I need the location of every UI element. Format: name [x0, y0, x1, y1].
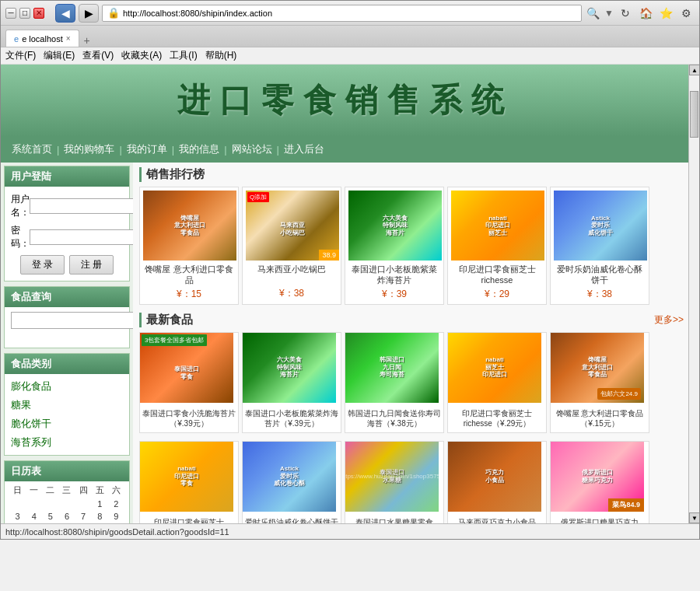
cal-cell[interactable]: 8 [92, 510, 108, 523]
menu-tools[interactable]: 工具(I) [170, 49, 197, 62]
product-image-1: 馋嘴屋意大利进口零食品 [143, 191, 236, 261]
cal-header-thu: 四 [75, 484, 92, 496]
address-bar[interactable]: 🔒 http://localhost:8080/shipin/index.act… [102, 5, 582, 22]
cal-cell[interactable]: 16 [108, 523, 124, 523]
cal-cell[interactable] [42, 498, 58, 510]
nav-cart[interactable]: 我的购物车 [61, 141, 117, 158]
latest-img-3: 韩国进口九日闻寿司海苔 [345, 333, 439, 403]
categories-title: 食品类别 [5, 354, 129, 374]
cal-cell[interactable]: 1 [92, 498, 108, 510]
calendar-header-row: 日 一 二 三 四 五 六 [9, 484, 124, 496]
latest-caption-6: 印尼进口零食丽芝士richesse [140, 515, 238, 523]
latest-card-10[interactable]: 俄罗斯进口糖果巧克力 菜鸟84.9 俄罗斯进口糖果巧克力 [550, 441, 649, 523]
address-text: http://localhost:8080/shipin/index.actio… [123, 9, 272, 18]
cal-cell[interactable] [26, 498, 42, 510]
home-button[interactable]: 🏠 [637, 5, 654, 22]
sales-title-bar: 销售排行榜 [139, 167, 684, 182]
calendar-title: 日历表 [5, 461, 129, 481]
menu-favorites[interactable]: 收藏夹(A) [121, 49, 162, 62]
minimize-button[interactable]: ─ [5, 8, 16, 19]
cal-cell[interactable]: 13 [58, 523, 75, 523]
forward-button[interactable]: ▶ [79, 4, 99, 23]
latest-card-1[interactable]: 3包套餐全国多省包邮 泰国进口零食 泰国进口零食小洗脆海苔片（¥.39元） [139, 332, 239, 433]
cal-cell[interactable]: 14 [75, 523, 92, 523]
menu-help[interactable]: 帮助(H) [205, 49, 237, 62]
cal-cell[interactable]: 6 [58, 510, 75, 523]
product-price-5: ¥：38 [554, 288, 646, 301]
product-card-4[interactable]: nabati印尼进口丽芝士 印尼进口零食丽芝士richesse ¥：29 [447, 187, 547, 305]
product-card-5[interactable]: Astick爱时乐威化饼干 爱时乐奶油威化卷心酥饼干 ¥：38 [550, 187, 649, 305]
active-tab[interactable]: e e localhost × [5, 30, 79, 47]
categories-section: 食品类别 膨化食品 糖果 脆化饼干 海苔系列 [4, 353, 130, 456]
cal-cell[interactable]: 12 [42, 523, 58, 523]
cal-cell[interactable]: 4 [26, 510, 42, 523]
category-item-2[interactable]: 脆化饼干 [11, 414, 123, 433]
search-input[interactable] [11, 312, 134, 329]
nav-sep-3: | [172, 144, 174, 156]
cal-cell[interactable] [58, 498, 75, 510]
latest-card-7[interactable]: Astick爱时乐威化卷心酥 爱时乐奶油威化卷心酥饼干 [242, 441, 341, 523]
product-name-1: 馋嘴屋 意大利进口零食品 [143, 264, 235, 286]
new-tab-button[interactable]: + [79, 34, 95, 47]
latest-card-3[interactable]: 韩国进口九日闻寿司海苔 韩国进口九日闻食送你寿司海苔（¥.38元） [345, 332, 444, 433]
latest-caption-5: 馋嘴屋 意大利进口零食品（¥.15元） [551, 406, 649, 431]
menu-file[interactable]: 文件(F) [5, 49, 36, 62]
cal-cell[interactable] [75, 498, 92, 510]
close-button[interactable]: ✕ [33, 8, 44, 19]
latest-img-10: 俄罗斯进口糖果巧克力 菜鸟84.9 [551, 442, 644, 512]
latest-card-6[interactable]: nabati印尼进口零食 印尼进口零食丽芝士richesse [139, 441, 239, 523]
product-card-1[interactable]: 馋嘴屋意大利进口零食品 馋嘴屋 意大利进口零食品 ¥：15 [139, 187, 239, 305]
nav-orders[interactable]: 我的订单 [124, 141, 170, 158]
settings-button[interactable]: ⚙ [677, 5, 695, 22]
nav-forum[interactable]: 网站论坛 [229, 141, 275, 158]
latest-card-5[interactable]: 馋嘴屋意大利进口零食品 包邮六文24.9 馋嘴屋 意大利进口零食品（¥.15元） [550, 332, 649, 433]
product-name-5: 爱时乐奶油威化卷心酥饼干 [554, 264, 646, 286]
latest-foods-section: 最新食品 更多>> 3包套餐全国多省包邮 泰国进口零食 泰国进口零食小洗脆海苔片… [139, 313, 684, 523]
cal-cell[interactable]: 15 [92, 523, 108, 523]
scroll-down-arrow[interactable]: ▼ [689, 512, 699, 523]
more-link[interactable]: 更多>> [654, 313, 684, 327]
nav-sep-4: | [224, 144, 226, 156]
maximize-button[interactable]: □ [19, 8, 30, 19]
category-item-3[interactable]: 海苔系列 [11, 433, 123, 452]
product-card-2[interactable]: Q添加 马来西亚小吃锅巴 38.9 马来西亚小吃锅巴 ¥：38 [242, 187, 341, 305]
scroll-up-arrow[interactable]: ▲ [689, 65, 699, 75]
latest-card-8[interactable]: 泰国进口水果糖 https://www.huzhan.com/1shop3575… [345, 441, 444, 523]
username-label: 用户名： [11, 193, 30, 219]
category-item-1[interactable]: 糖果 [11, 396, 123, 414]
latest-card-9[interactable]: 巧克力小食品 马来西亚巧克力小食品 [447, 441, 547, 523]
cal-cell[interactable]: 7 [75, 510, 92, 523]
menu-edit[interactable]: 编辑(E) [44, 49, 75, 62]
cal-cell[interactable]: 5 [42, 510, 58, 523]
nav-sep-5: | [277, 144, 279, 156]
cal-cell[interactable]: 10 [9, 523, 26, 523]
nav-home[interactable]: 系统首页 [9, 141, 55, 158]
back-button[interactable]: ◀ [55, 4, 75, 23]
favorites-button[interactable]: ⭐ [657, 5, 674, 22]
cal-cell[interactable]: 2 [108, 498, 124, 510]
page-content: 进口零食销售系统 系统首页 | 我的购物车 | 我的订单 | 我的信息 | 网站… [1, 65, 690, 523]
cal-cell[interactable] [9, 498, 26, 510]
nav-profile[interactable]: 我的信息 [176, 141, 222, 158]
category-item-0[interactable]: 膨化食品 [11, 377, 123, 396]
menu-view[interactable]: 查看(V) [82, 49, 114, 62]
main-layout: 用户登陆 用户名： 密 码： 登 录 [1, 163, 690, 523]
cal-header-tue: 二 [42, 484, 58, 496]
login-buttons: 登 录 注 册 [11, 255, 123, 275]
tab-close-button[interactable]: × [66, 34, 71, 43]
cal-header-fri: 五 [92, 484, 108, 496]
login-section: 用户登陆 用户名： 密 码： 登 录 [4, 166, 130, 282]
scroll-thumb[interactable] [690, 91, 698, 138]
latest-card-2[interactable]: 六大美食特制风味海苔片 泰国进口小老板脆紫菜炸海苔片（¥.39元） [242, 332, 341, 433]
product-card-3[interactable]: 六大美食特制风味海苔片 泰国进口小老板脆紫菜炸海苔片 ¥：39 [345, 187, 444, 305]
cal-cell[interactable]: 3 [9, 510, 26, 523]
login-button[interactable]: 登 录 [20, 255, 65, 275]
latest-card-4[interactable]: nabati丽芝士印尼进口 印尼进口零食丽芝士richesse（¥.29元） [447, 332, 547, 433]
status-text: http://localhost:8080/shipin/goodsDetail… [5, 527, 229, 537]
cal-cell[interactable]: 9 [108, 510, 124, 523]
refresh-button[interactable]: ↻ [617, 5, 634, 22]
register-button[interactable]: 注 册 [69, 255, 114, 275]
latest-product-grid-2: nabati印尼进口零食 印尼进口零食丽芝士richesse Astick爱时乐… [139, 441, 684, 523]
nav-admin[interactable]: 进入后台 [281, 141, 327, 158]
cal-cell[interactable]: 11 [26, 523, 42, 523]
